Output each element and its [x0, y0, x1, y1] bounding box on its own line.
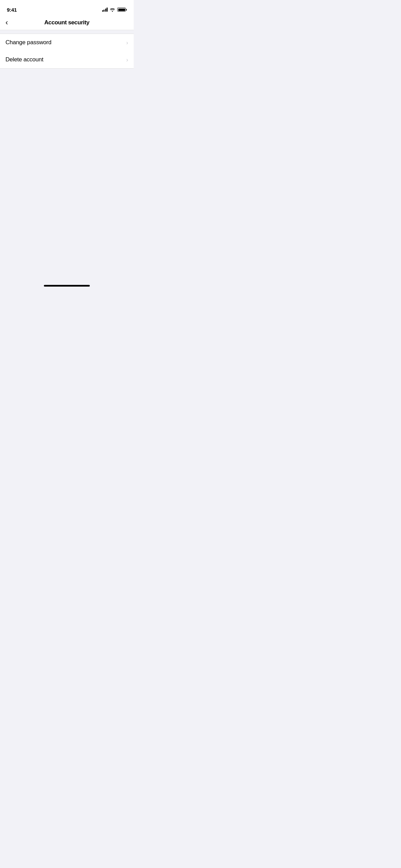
change-password-label: Change password: [5, 39, 51, 46]
status-time: 9:41: [7, 7, 17, 13]
chevron-right-icon: ›: [126, 57, 128, 63]
signal-strength-icon: [102, 8, 108, 12]
back-button[interactable]: ‹: [5, 16, 8, 29]
home-indicator: [44, 285, 90, 287]
battery-icon: [117, 8, 127, 12]
security-menu-list: Change password › Delete account ›: [0, 34, 134, 69]
delete-account-item[interactable]: Delete account ›: [0, 51, 134, 68]
status-bar: 9:41: [0, 0, 134, 15]
nav-header: ‹ Account security: [0, 15, 134, 30]
change-password-item[interactable]: Change password ›: [0, 34, 134, 51]
status-icons: [102, 8, 127, 12]
delete-account-label: Delete account: [5, 56, 44, 63]
background-area: [0, 69, 134, 289]
wifi-icon: [110, 8, 115, 12]
section-separator: [0, 30, 134, 34]
page-title: Account security: [44, 19, 89, 26]
chevron-right-icon: ›: [126, 40, 128, 46]
back-chevron-icon: ‹: [5, 19, 8, 26]
